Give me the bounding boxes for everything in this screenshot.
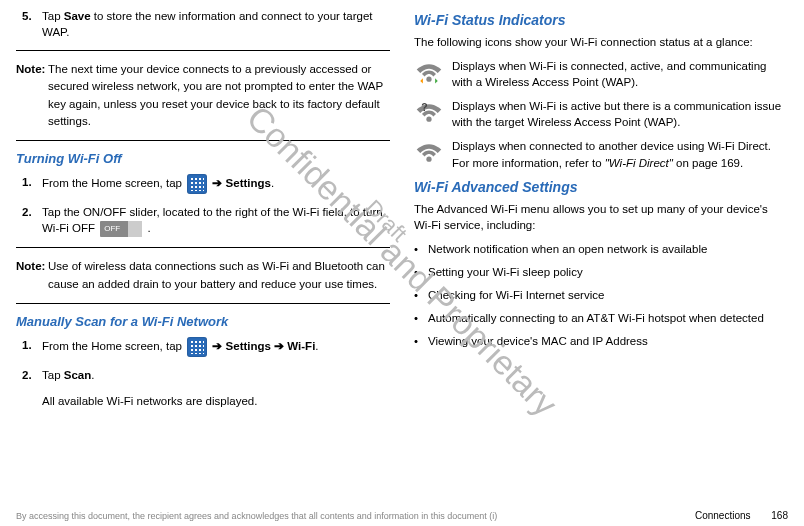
svg-point-3 xyxy=(426,157,431,162)
bullet-text: Automatically connecting to an AT&T Wi-F… xyxy=(428,310,764,326)
divider xyxy=(16,303,390,304)
note-body: The next time your device connects to a … xyxy=(48,61,390,130)
text: Tap the ON/OFF slider, located to the ri… xyxy=(42,206,383,234)
svg-point-1 xyxy=(426,117,431,122)
text: to store the new information and connect… xyxy=(42,10,373,38)
settings-label: Settings xyxy=(226,177,271,189)
step-body: Tap the ON/OFF slider, located to the ri… xyxy=(42,204,390,237)
wifi-issue-row: ? Displays when Wi-Fi is active but ther… xyxy=(414,98,788,130)
wifi-direct-ref: "Wi-Fi Direct" xyxy=(605,157,673,169)
section-name: Connections xyxy=(695,510,751,521)
settings-label: Settings xyxy=(226,340,271,352)
note-2: Note: Use of wireless data connections s… xyxy=(16,258,390,293)
note-label: Note: xyxy=(16,258,48,293)
step-body: Tap Save to store the new information an… xyxy=(42,8,390,40)
bullet-icon: • xyxy=(414,264,428,280)
status-intro: The following icons show your Wi-Fi conn… xyxy=(414,34,788,50)
bullet-item: • Network notification when an open netw… xyxy=(414,241,788,257)
status-indicators-heading: Wi-Fi Status Indicators xyxy=(414,12,788,28)
scan-step-1: 1. From the Home screen, tap ➔ Settings … xyxy=(16,337,390,357)
bullet-item: • Viewing your device's MAC and IP Addre… xyxy=(414,333,788,349)
bullet-text: Viewing your device's MAC and IP Address xyxy=(428,333,648,349)
page-footer: By accessing this document, the recipien… xyxy=(16,511,788,522)
step-5: 5. Tap Save to store the new information… xyxy=(16,8,390,40)
wifi-issue-icon: ? xyxy=(414,98,444,128)
wifi-direct-icon xyxy=(414,138,444,168)
save-label: Save xyxy=(64,10,91,22)
wifi-direct-desc: Displays when connected to another devic… xyxy=(452,138,788,170)
wifi-label: Wi-Fi xyxy=(287,340,315,352)
bullet-item: • Setting your Wi-Fi sleep policy xyxy=(414,264,788,280)
step-body: From the Home screen, tap ➔ Settings. xyxy=(42,174,390,194)
footer-right: Connections 168 xyxy=(695,510,788,522)
bullet-icon: • xyxy=(414,333,428,349)
bullet-text: Network notification when an open networ… xyxy=(428,241,707,257)
divider xyxy=(16,50,390,51)
wifi-direct-row: Displays when connected to another devic… xyxy=(414,138,788,170)
step-number: 2. xyxy=(16,367,42,383)
step-number: 1. xyxy=(16,174,42,194)
step-body: Tap Scan. xyxy=(42,367,390,383)
bullet-item: • Checking for Wi-Fi Internet service xyxy=(414,287,788,303)
disclaimer-text: By accessing this document, the recipien… xyxy=(16,511,497,521)
text: . xyxy=(91,369,94,381)
scan-result-text: All available Wi-Fi networks are display… xyxy=(42,393,390,409)
right-column: Wi-Fi Status Indicators The following ic… xyxy=(414,8,788,478)
arrow-icon: ➔ xyxy=(209,340,225,352)
arrow-icon: ➔ xyxy=(209,177,225,189)
bullet-icon: • xyxy=(414,310,428,326)
note-body: Use of wireless data connections such as… xyxy=(48,258,390,293)
bullet-icon: • xyxy=(414,241,428,257)
bullet-text: Checking for Wi-Fi Internet service xyxy=(428,287,604,303)
bullet-text: Setting your Wi-Fi sleep policy xyxy=(428,264,583,280)
text: . xyxy=(271,177,274,189)
scan-label: Scan xyxy=(64,369,92,381)
turn-off-step-2: 2. Tap the ON/OFF slider, located to the… xyxy=(16,204,390,237)
text: From the Home screen, tap xyxy=(42,177,185,189)
wifi-connected-icon xyxy=(414,58,444,88)
step-body: From the Home screen, tap ➔ Settings ➔ W… xyxy=(42,337,390,357)
note-label: Note: xyxy=(16,61,48,130)
turning-wifi-off-heading: Turning Wi-Fi Off xyxy=(16,151,390,166)
bullet-item: • Automatically connecting to an AT&T Wi… xyxy=(414,310,788,326)
advanced-intro: The Advanced Wi-Fi menu allows you to se… xyxy=(414,201,788,233)
page-content: 5. Tap Save to store the new information… xyxy=(16,8,788,478)
divider xyxy=(16,140,390,141)
manually-scan-heading: Manually Scan for a Wi-Fi Network xyxy=(16,314,390,329)
page-number: 168 xyxy=(771,510,788,521)
turn-off-step-1: 1. From the Home screen, tap ➔ Settings. xyxy=(16,174,390,194)
step-number: 2. xyxy=(16,204,42,237)
divider xyxy=(16,247,390,248)
bullet-icon: • xyxy=(414,287,428,303)
wifi-connected-desc: Displays when Wi-Fi is connected, active… xyxy=(452,58,788,90)
left-column: 5. Tap Save to store the new information… xyxy=(16,8,390,478)
scan-step-2: 2. Tap Scan. xyxy=(16,367,390,383)
arrow-icon: ➔ xyxy=(271,340,287,352)
text: on page 169. xyxy=(673,157,743,169)
text: . xyxy=(315,340,318,352)
apps-grid-icon xyxy=(187,174,207,194)
text: From the Home screen, tap xyxy=(42,340,185,352)
wifi-connected-row: Displays when Wi-Fi is connected, active… xyxy=(414,58,788,90)
text: Tap xyxy=(42,10,64,22)
text: Tap xyxy=(42,369,64,381)
step-number: 5. xyxy=(16,8,42,40)
text: . xyxy=(144,222,150,234)
apps-grid-icon xyxy=(187,337,207,357)
off-slider-icon: OFF xyxy=(100,221,142,237)
svg-point-0 xyxy=(426,77,431,82)
svg-text:?: ? xyxy=(421,102,427,114)
step-number: 1. xyxy=(16,337,42,357)
advanced-settings-heading: Wi-Fi Advanced Settings xyxy=(414,179,788,195)
note-1: Note: The next time your device connects… xyxy=(16,61,390,130)
wifi-issue-desc: Displays when Wi-Fi is active but there … xyxy=(452,98,788,130)
